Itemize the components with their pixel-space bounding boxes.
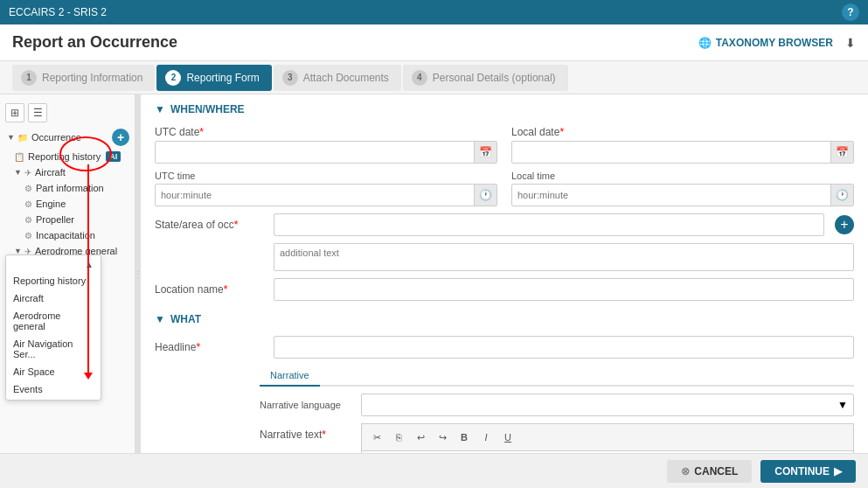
step-3[interactable]: 3 Attach Documents [274,65,401,91]
taxonomy-label: TAXONOMY BROWSER [716,37,833,49]
app-logo: ECCAIRS 2 - SRIS 2 [9,6,107,18]
occurrence-label: Occurrence [31,132,81,143]
aircraft-label: Aircraft [35,167,66,178]
local-time-input-wrapper: 🕐 [511,184,854,206]
dropdown-item-aircraft[interactable]: Aircraft [6,289,101,307]
dropdown-item-aerodrome-general[interactable]: Aerodrome general [6,307,101,335]
propeller-icon: ⚙ [24,215,32,225]
local-time-input[interactable] [512,190,830,200]
local-date-label: Local date* [511,126,854,138]
narrative-language-chevron: ▼ [837,399,848,411]
date-row: UTC date* 📅 Local date* 📅 [155,126,854,164]
incapacitation-icon: ⚙ [24,231,32,241]
additional-text-input[interactable] [274,243,854,271]
utc-time-clock-button[interactable]: 🕐 [474,184,496,206]
utc-date-label: UTC date* [155,126,497,138]
step-2-number: 2 [165,70,181,86]
toolbar-cut[interactable]: ✂ [367,428,386,447]
what-toggle[interactable]: ▼ [155,313,165,325]
utc-date-input-wrapper: 📅 [155,141,497,164]
continue-button[interactable]: CONTINUE ▶ [760,460,856,483]
taxonomy-browser-button[interactable]: 🌐 TAXONOMY BROWSER [698,37,833,49]
toolbar-bold[interactable]: B [455,428,474,447]
top-bar: ECCAIRS 2 - SRIS 2 ? [0,0,868,24]
dropdown-collapse[interactable]: ▲ [85,260,94,269]
steps-bar: 1 Reporting Information 2 Reporting Form… [0,61,868,94]
tree-reporting-history[interactable]: 📋 Reporting history AI [0,149,135,164]
local-date-input[interactable] [512,147,830,157]
cancel-label: CANCEL [694,465,738,478]
continue-label: CONTINUE [774,465,830,478]
download-button[interactable]: ⬇ [845,36,856,50]
aircraft-icon: ✈ [24,168,31,178]
tree-occurrence[interactable]: ▼ 📁 Occurrence + [0,126,135,149]
header-actions: 🌐 TAXONOMY BROWSER ⬇ [698,36,856,50]
tree-engine[interactable]: ⚙ Engine [0,196,135,212]
time-row: UTC time 🕐 Local time 🕐 [155,171,854,206]
cancel-button[interactable]: ⊗ CANCEL [667,460,752,483]
reporting-history-label: Reporting history [28,151,101,162]
local-date-input-wrapper: 📅 [511,141,854,164]
toolbar-copy[interactable]: ⎘ [389,428,408,447]
state-area-input-row: + [274,213,854,236]
step-4[interactable]: 4 Personal Details (optional) [403,65,568,91]
local-time-clock-button[interactable]: 🕐 [830,184,853,206]
headline-row: Headline* [155,336,854,359]
utc-date-input[interactable] [156,147,474,157]
when-where-toggle[interactable]: ▼ [155,103,165,115]
reporting-history-icon: 📋 [14,152,24,162]
additional-text-row [155,243,854,271]
tree-incapacitation[interactable]: ⚙ Incapacitation [0,227,135,243]
state-area-input[interactable] [274,213,824,236]
narrative-language-select[interactable]: ▼ [361,394,854,416]
tree-part-information[interactable]: ⚙ Part information [0,180,135,196]
narrative-text-row: Narrative text* ✂ ⎘ ↩ ↪ B I U [260,423,854,453]
headline-label: Headline* [155,341,260,353]
headline-input[interactable] [274,336,854,359]
step-1[interactable]: 1 Reporting Information [12,65,155,91]
toolbar-underline[interactable]: U [498,428,517,447]
occurrence-icon: 📁 [17,133,28,143]
dropdown-item-events[interactable]: Events [6,380,101,398]
location-name-input[interactable] [274,278,854,301]
add-occurrence-button[interactable]: + [112,129,129,146]
step-3-number: 3 [282,70,298,86]
step-4-label: Personal Details (optional) [433,72,556,84]
dropdown-item-air-space[interactable]: Air Space [6,363,101,380]
local-time-group: Local time 🕐 [511,171,854,206]
when-where-label: WHEN/WHERE [170,103,245,115]
location-name-label: Location name* [155,283,260,296]
main-layout: ⊞ ☰ ▼ 📁 Occurrence + 📋 Reporting history… [0,94,868,453]
editor-toolbar: ✂ ⎘ ↩ ↪ B I U [361,423,854,450]
narrative-text-label: Narrative text* [260,423,347,441]
when-where-section: ▼ WHEN/WHERE UTC date* 📅 Local date* [155,103,854,301]
state-row: State/area of occ* + [155,213,854,236]
step-2[interactable]: 2 Reporting Form [156,65,271,91]
narrative-language-label: Narrative language [260,400,347,410]
toolbar-undo[interactable]: ↩ [411,428,430,447]
toolbar-italic[interactable]: I [476,428,496,447]
sidebar-dropdown-panel: ▲ Reporting history Aircraft Aerodrome g… [5,254,101,401]
narrative-language-row: Narrative language ▼ [260,394,854,416]
sidebar-list-view-button[interactable]: ☰ [28,103,47,122]
dropdown-item-reporting-history[interactable]: Reporting history [6,272,101,289]
location-name-row: Location name* [155,278,854,301]
utc-time-input[interactable] [156,190,474,200]
toolbar-redo[interactable]: ↪ [433,428,452,447]
help-button[interactable]: ? [842,3,859,21]
local-date-calendar-button[interactable]: 📅 [830,141,853,164]
part-info-icon: ⚙ [24,184,32,193]
taxonomy-icon: 🌐 [698,37,712,49]
utc-date-calendar-button[interactable]: 📅 [474,141,496,164]
tree-aircraft[interactable]: ▼ ✈ Aircraft [0,164,135,180]
utc-time-group: UTC time 🕐 [155,171,497,206]
sidebar-grid-view-button[interactable]: ⊞ [5,103,24,122]
dropdown-item-air-navigation[interactable]: Air Navigation Ser... [6,335,101,363]
narrative-text-editor[interactable] [361,450,854,453]
add-state-button[interactable]: + [835,215,854,234]
tree-propeller[interactable]: ⚙ Propeller [0,212,135,227]
part-information-label: Part information [36,183,104,193]
utc-time-input-wrapper: 🕐 [155,184,497,206]
narrative-tab[interactable]: Narrative [260,366,320,387]
narrative-tabs: Narrative [260,366,854,387]
